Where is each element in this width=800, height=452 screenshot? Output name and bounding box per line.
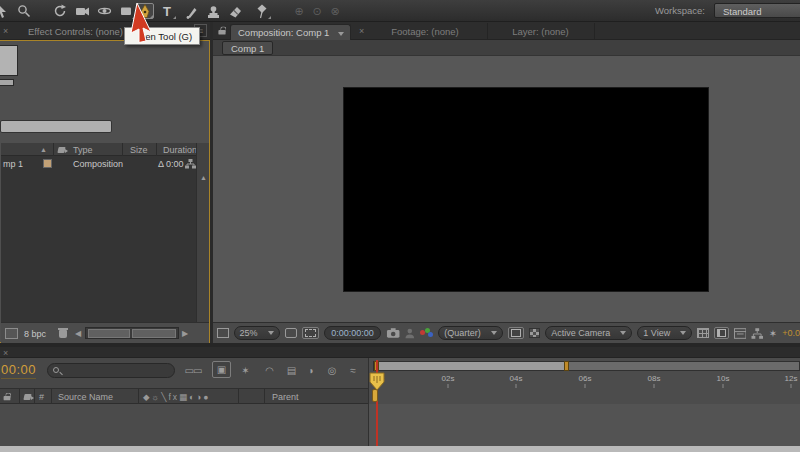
tab-composition-comp1[interactable]: Composition: Comp 1 [230, 24, 351, 40]
viewer-lock-icon[interactable] [218, 26, 225, 34]
project-panel-footer: 8 bpc ◀ ▶ [1, 322, 209, 343]
label-color-swatch[interactable] [43, 159, 52, 168]
transparency-grid-icon[interactable] [529, 328, 541, 338]
camera-tool-button[interactable] [73, 3, 91, 19]
project-scrollbar[interactable]: ▲ [196, 143, 209, 322]
column-parent[interactable]: Parent [272, 392, 299, 402]
show-snapshot-icon[interactable] [405, 328, 415, 339]
scroll-up-icon[interactable]: ▲ [200, 174, 207, 181]
composition-footer-toolbar: 25% 0:00:00:00 (Quarter) Active Camera 1… [213, 322, 800, 343]
column-size[interactable]: Size [130, 145, 148, 155]
text-tool-button[interactable]: T [158, 3, 176, 19]
graph-editor-button[interactable]: ≈ [344, 362, 362, 379]
workspace-dropdown[interactable]: Standard [714, 3, 800, 18]
tool-bar: T ⊕ ⊙ ⊗ Workspace: Standard [0, 0, 800, 22]
resolution-value: (Quarter) [444, 328, 481, 338]
view-layout-value: 1 View [643, 328, 670, 338]
3d-view-dropdown[interactable]: Active Camera [545, 326, 632, 340]
lock-column-icon[interactable] [4, 393, 11, 401]
bit-depth-label[interactable]: 8 bpc [24, 329, 46, 339]
timeline-search-box [47, 363, 175, 378]
tab-effect-controls[interactable]: Effect Controls: (none) [28, 26, 123, 37]
timeline-controls-row: 00:00 ▭▭ ▣ ✶ ◠ ▤ ◗ ◎ ≈ [0, 358, 368, 388]
sort-arrow-icon[interactable]: ▲ [40, 146, 47, 153]
clone-stamp-tool-button[interactable] [204, 3, 222, 19]
pan-behind-tool-button[interactable] [95, 3, 113, 19]
grid-guides-icon[interactable] [697, 328, 709, 338]
timeline-button-icon[interactable] [734, 328, 746, 339]
comp1-viewer-tab[interactable]: Comp 1 [222, 41, 273, 55]
puppet-pin-tool-button[interactable] [253, 3, 271, 19]
ruler-label-08s: 08s [648, 374, 661, 383]
viewer-tab-close-icon[interactable]: × [359, 26, 364, 36]
selection-tool-button[interactable] [0, 3, 10, 19]
column-duration[interactable]: Duration [163, 145, 197, 155]
motion-blur-button[interactable]: ▤ [283, 362, 300, 379]
3d-view-value: Active Camera [551, 328, 610, 338]
tab-footage[interactable]: Footage: (none) [370, 22, 480, 40]
work-area-track[interactable] [373, 361, 800, 371]
pixel-aspect-correction-button[interactable] [714, 327, 729, 339]
after-effects-window: T ⊕ ⊙ ⊗ Workspace: Standard × Effect Con… [0, 0, 800, 452]
eraser-tool-button[interactable] [226, 3, 244, 19]
region-of-interest-button[interactable] [302, 327, 319, 339]
ruler-label-04s: 04s [510, 374, 523, 383]
project-settings-icon[interactable] [5, 328, 18, 339]
label-column-icon[interactable] [58, 146, 68, 154]
safe-margins-icon[interactable] [285, 328, 298, 338]
tool-flyout-corner [268, 16, 271, 19]
project-tab-close-icon[interactable]: × [3, 26, 8, 36]
timeline-timecode[interactable]: 00:00 [1, 362, 36, 379]
column-source-name[interactable]: Source Name [58, 392, 113, 402]
rotation-tool-button[interactable] [51, 3, 69, 19]
timeline-search-input[interactable] [66, 365, 170, 376]
label-column-icon[interactable] [24, 393, 34, 401]
brainstorm-button[interactable]: ◗ [304, 362, 319, 379]
trash-icon[interactable] [58, 327, 68, 338]
always-preview-icon[interactable] [217, 328, 229, 338]
timeline-track-area-empty[interactable] [368, 404, 800, 446]
exposure-value[interactable]: +0.0 [782, 328, 800, 338]
ruler-label-12s: 12s [785, 374, 798, 383]
layer-switches-icons[interactable]: ◆☼╲fx▦◐◑● [143, 392, 211, 402]
target-region-icon [511, 329, 521, 337]
timeline-tabstrip: × [0, 347, 800, 358]
view-layout-dropdown[interactable]: 1 View [637, 326, 692, 340]
composition-mini-flowchart-button[interactable]: ▭▭ [182, 362, 204, 379]
resolution-dropdown[interactable]: (Quarter) [438, 326, 503, 340]
scroll-left-icon[interactable]: ◀ [75, 329, 81, 338]
timeline-columns-header: # Source Name ◆☼╲fx▦◐◑● Parent [0, 388, 368, 404]
project-search-field[interactable] [0, 120, 112, 133]
frame-blending-button[interactable]: ◠ [261, 362, 278, 379]
composition-canvas[interactable] [343, 87, 709, 292]
brush-tool-button[interactable] [183, 3, 201, 19]
magnification-dropdown[interactable]: 25% [234, 326, 280, 340]
view-axis-mode-icon: ⊗ [326, 3, 344, 19]
target-region-button[interactable] [508, 327, 524, 339]
reset-exposure-icon[interactable]: ✶ [769, 328, 777, 339]
viewer-tabstrip: Composition: Comp 1 × Footage: (none) La… [213, 22, 800, 40]
pixel-aspect-icon [717, 329, 726, 337]
draft-3d-button[interactable]: ▣ [212, 361, 231, 378]
work-area-bar[interactable] [375, 362, 567, 370]
tab-layer[interactable]: Layer: (none) [488, 22, 593, 40]
timeline-tab-close-icon[interactable]: × [3, 348, 8, 358]
hide-shy-layers-button[interactable]: ✶ [237, 362, 254, 379]
project-hscrollbar[interactable] [85, 327, 179, 339]
column-type[interactable]: Type [73, 145, 93, 155]
timeline-layer-list-empty[interactable] [0, 404, 368, 446]
scroll-right-icon[interactable]: ▶ [182, 329, 188, 338]
auto-keyframe-button[interactable]: ◎ [324, 362, 340, 379]
current-time-indicator-head[interactable] [369, 372, 385, 391]
chevron-down-icon [338, 32, 344, 36]
show-channel-icon[interactable] [420, 328, 433, 338]
comp-flowchart-icon[interactable] [751, 328, 763, 339]
mouse-cursor-arrow [130, 3, 156, 43]
project-row-comp1[interactable]: mp 1 Composition Δ 0:00 [1, 156, 196, 171]
column-layer-number[interactable]: # [39, 392, 44, 402]
time-ruler-zone: 0s 02s 04s 06s 08s 10s 12s [368, 358, 800, 404]
snapshot-camera-icon[interactable] [386, 327, 400, 339]
work-area-end-handle[interactable] [564, 361, 569, 371]
zoom-tool-button[interactable] [15, 3, 33, 19]
viewer-timecode[interactable]: 0:00:00:00 [324, 326, 381, 340]
